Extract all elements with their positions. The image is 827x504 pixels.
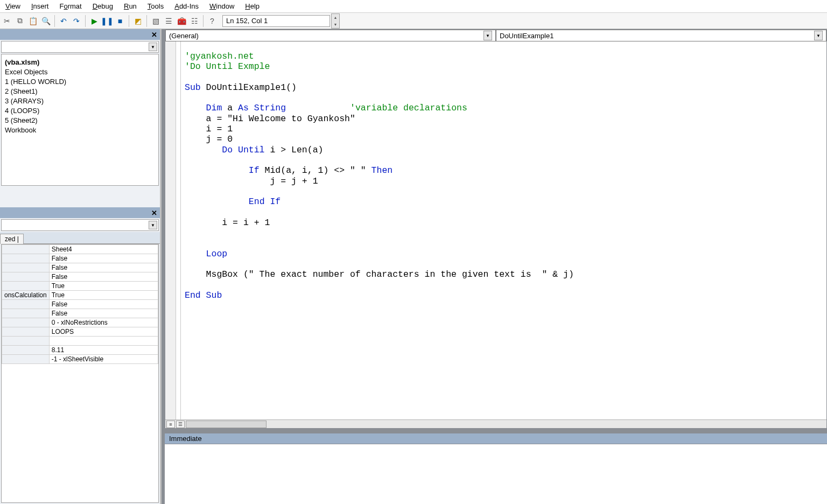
tree-item[interactable]: 2 (Sheet1): [5, 87, 155, 96]
property-name: [2, 263, 50, 272]
spin-up-icon[interactable]: ▲: [332, 14, 339, 21]
spin-down-icon[interactable]: ▼: [332, 21, 339, 28]
menu-bar: View Insert Format Debug Run Tools Add-I…: [0, 0, 827, 13]
tree-item[interactable]: 3 (ARRAYS): [5, 96, 155, 106]
full-module-view-icon[interactable]: ☰: [176, 421, 185, 428]
position-spinner[interactable]: ▲ ▼: [331, 13, 340, 29]
property-name: [2, 282, 50, 291]
property-name: [2, 327, 50, 337]
cursor-position: Ln 152, Col 1: [222, 15, 330, 27]
menu-run[interactable]: Run: [118, 1, 142, 12]
chevron-down-icon[interactable]: ▼: [814, 31, 823, 40]
property-value[interactable]: False: [49, 309, 158, 318]
toolbar: ✂ ⧉ 📋 🔍 ↶ ↷ ▶ ❚❚ ■ ◩ ▧ ☰ 🧰 ☷ ? Ln 152, C…: [0, 13, 827, 29]
close-icon[interactable]: ✕: [149, 208, 159, 217]
stop-icon[interactable]: ■: [114, 15, 126, 27]
tree-item[interactable]: 5 (Sheet2): [5, 116, 155, 125]
procedure-combo-value: DoUntilExample1: [500, 32, 553, 40]
splitter[interactable]: [0, 186, 160, 207]
procedure-view-icon[interactable]: ≡: [166, 421, 175, 428]
project-tree[interactable]: (vba.xlsm) Excel Objects 1 (HELLO WORLD)…: [1, 54, 159, 186]
project-panel-header: ✕: [0, 29, 160, 40]
code-text[interactable]: 'gyankosh.net 'Do Until Exmple Sub DoUnt…: [185, 51, 823, 416]
property-value[interactable]: False: [49, 300, 158, 309]
separator: [146, 15, 147, 27]
undo-icon[interactable]: ↶: [58, 15, 69, 27]
object-browser-icon[interactable]: ☷: [188, 15, 200, 27]
property-value[interactable]: 0 - xlNoRestrictions: [49, 318, 158, 327]
property-value[interactable]: 8.11: [49, 346, 158, 355]
property-value[interactable]: LOOPS: [49, 327, 158, 337]
menu-format[interactable]: Format: [54, 1, 87, 12]
redo-icon[interactable]: ↷: [71, 15, 82, 27]
properties-icon[interactable]: ☰: [163, 15, 174, 27]
code-combo-bar: (General) ▼ DoUntilExample1 ▼: [165, 30, 826, 41]
toolbox-icon[interactable]: 🧰: [176, 15, 187, 27]
menu-help[interactable]: Help: [240, 1, 265, 12]
menu-debug[interactable]: Debug: [87, 1, 118, 12]
menu-addins[interactable]: Add-Ins: [169, 1, 204, 12]
immediate-body[interactable]: [165, 444, 827, 504]
project-toolbar[interactable]: ▼: [1, 41, 159, 53]
chevron-down-icon[interactable]: ▼: [483, 31, 492, 40]
property-name: onsCalculation: [2, 291, 50, 300]
design-mode-icon[interactable]: ◩: [132, 15, 144, 27]
property-name: [2, 300, 50, 309]
menu-view[interactable]: View: [0, 1, 26, 12]
separator: [54, 15, 55, 27]
procedure-combo[interactable]: DoUntilExample1 ▼: [496, 30, 826, 41]
property-value[interactable]: False: [49, 272, 158, 282]
property-value[interactable]: True: [49, 282, 158, 291]
pause-icon[interactable]: ❚❚: [101, 15, 113, 27]
properties-grid[interactable]: Sheet4FalseFalseFalseTrueonsCalculationT…: [1, 244, 159, 503]
property-value[interactable]: True: [49, 291, 158, 300]
tree-item[interactable]: 1 (HELLO WORLD): [5, 77, 155, 87]
code-view-switch: ≡ ☰: [165, 419, 826, 428]
cut-icon[interactable]: ✂: [1, 15, 13, 27]
property-name: [2, 245, 50, 254]
property-value[interactable]: -1 - xlSheetVisible: [49, 355, 158, 364]
menu-tools[interactable]: Tools: [142, 1, 169, 12]
separator: [203, 15, 204, 27]
copy-icon[interactable]: ⧉: [14, 15, 26, 27]
run-icon[interactable]: ▶: [88, 15, 100, 27]
find-icon[interactable]: 🔍: [40, 15, 52, 27]
property-name: [2, 272, 50, 282]
property-value[interactable]: False: [49, 254, 158, 263]
immediate-window[interactable]: Immediate: [165, 432, 827, 504]
property-name: [2, 318, 50, 327]
chevron-down-icon[interactable]: ▼: [149, 43, 157, 51]
separator: [85, 15, 86, 27]
tab-categorized[interactable]: zed |: [0, 234, 24, 244]
property-name: [2, 355, 50, 364]
project-explorer-icon[interactable]: ▧: [150, 15, 162, 27]
menu-insert[interactable]: Insert: [26, 1, 54, 12]
help-icon[interactable]: ?: [206, 15, 218, 27]
code-window: (General) ▼ DoUntilExample1 ▼ 'gyankosh.…: [165, 29, 827, 429]
menu-window[interactable]: Window: [204, 1, 240, 12]
property-value[interactable]: Sheet4: [49, 245, 158, 254]
margin-gutter: [165, 41, 176, 419]
procedure-separator: [180, 41, 181, 419]
property-value[interactable]: False: [49, 263, 158, 272]
close-icon[interactable]: ✕: [149, 30, 159, 39]
properties-object-dropdown[interactable]: ▼: [1, 219, 159, 231]
right-column: (General) ▼ DoUntilExample1 ▼ 'gyankosh.…: [162, 29, 827, 504]
property-name: [2, 346, 50, 355]
properties-panel-header: ✕: [0, 207, 160, 218]
properties-tabs: zed |: [0, 232, 160, 244]
paste-icon[interactable]: 📋: [27, 15, 39, 27]
property-name: [2, 254, 50, 263]
chevron-down-icon[interactable]: ▼: [149, 221, 157, 229]
property-name: [2, 337, 50, 346]
left-column: ✕ ▼ (vba.xlsm) Excel Objects 1 (HELLO WO…: [0, 29, 162, 504]
property-name: [2, 309, 50, 318]
hscrollbar[interactable]: [186, 421, 267, 428]
object-combo[interactable]: (General) ▼: [165, 30, 496, 41]
tree-item[interactable]: Workbook: [5, 125, 155, 135]
code-editor[interactable]: 'gyankosh.net 'Do Until Exmple Sub DoUnt…: [165, 41, 826, 419]
project-root[interactable]: (vba.xlsm): [5, 58, 155, 67]
tree-item[interactable]: 4 (LOOPS): [5, 106, 155, 116]
tree-item[interactable]: Excel Objects: [5, 67, 155, 77]
property-value[interactable]: [49, 337, 158, 346]
